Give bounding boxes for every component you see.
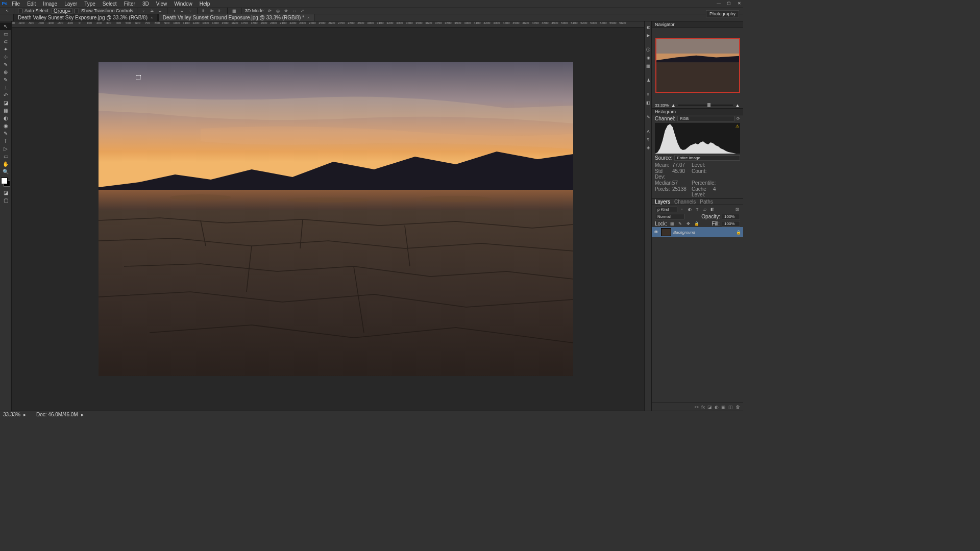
layer-thumbnail[interactable] (661, 228, 671, 236)
dock-icon-libraries[interactable]: ♟ (645, 77, 652, 84)
lasso-tool[interactable]: ⊂ (0, 38, 11, 45)
dodge-tool[interactable]: ◉ (0, 122, 11, 130)
lock-icon[interactable]: 🔒 (736, 230, 741, 235)
document-tab-2[interactable]: Death Valley Sunset Ground Exposure.jpg … (158, 14, 314, 21)
menu-layer[interactable]: Layer (61, 1, 81, 7)
pan-icon[interactable]: ✥ (283, 8, 289, 14)
cache-warning-icon[interactable]: ⚠ (736, 124, 739, 129)
filter-shape-icon[interactable]: ▱ (702, 206, 708, 212)
wand-tool[interactable]: ✦ (0, 45, 11, 53)
status-zoom[interactable]: 33.33% (3, 412, 23, 417)
menu-help[interactable]: Help (196, 1, 214, 7)
filter-toggle-icon[interactable]: ⊡ (734, 206, 740, 212)
blur-tool[interactable]: ◐ (0, 114, 11, 122)
visibility-icon[interactable]: 👁 (654, 230, 659, 235)
source-dropdown[interactable]: Entire Image (674, 155, 740, 161)
navigator-header[interactable]: Navigator (652, 21, 743, 28)
align-top-icon[interactable]: ⫞ (171, 8, 177, 14)
type-tool[interactable]: T (0, 137, 11, 145)
distribute-icon-2[interactable]: ⊫ (209, 8, 215, 14)
align-right-icon[interactable]: ⫠ (157, 8, 163, 14)
history-brush-tool[interactable]: ↶ (0, 91, 11, 99)
dock-icon-adjustments[interactable]: ≡ (645, 91, 652, 98)
filter-pixel-icon[interactable]: ▫ (679, 206, 685, 212)
stamp-tool[interactable]: ⊥ (0, 84, 11, 91)
brush-tool[interactable]: ✎ (0, 76, 11, 84)
layer-style-icon[interactable]: fx (701, 405, 705, 410)
tab-layers[interactable]: Layers (655, 199, 670, 205)
marquee-tool[interactable]: ▭ (0, 30, 11, 38)
maximize-icon[interactable]: ▢ (726, 1, 732, 6)
tab-close-icon[interactable]: × (307, 15, 310, 20)
lock-all-icon[interactable]: 🔒 (694, 220, 700, 227)
blend-mode-dropdown[interactable]: Normal (655, 214, 684, 219)
workspace-dropdown[interactable]: Photography (706, 10, 739, 17)
shape-tool[interactable]: ▭ (0, 153, 11, 160)
auto-select-checkbox[interactable] (18, 9, 22, 13)
auto-align-icon[interactable]: ▦ (231, 8, 237, 14)
dock-icon-glyphs[interactable]: ◈ (645, 144, 652, 151)
zoom-out-icon[interactable]: ▲ (671, 103, 676, 108)
color-swatch[interactable] (1, 178, 10, 187)
dock-icon-actions[interactable]: ▶ (645, 32, 652, 39)
menu-type[interactable]: Type (81, 1, 99, 7)
healing-tool[interactable]: ⊕ (0, 68, 11, 76)
eyedropper-tool[interactable]: ✎ (0, 61, 11, 68)
zoom-tool[interactable]: 🔍 (0, 168, 11, 176)
menu-3d[interactable]: 3D (139, 1, 153, 7)
minimize-icon[interactable]: — (716, 1, 722, 6)
status-doc[interactable]: Doc: 46.0M/46.0M (36, 412, 78, 417)
gradient-tool[interactable]: ▦ (0, 107, 11, 114)
layer-mask-icon[interactable]: ◪ (707, 405, 712, 410)
dock-icon-brushes[interactable]: ✎ (645, 113, 652, 120)
menu-filter[interactable]: Filter (120, 1, 139, 7)
dock-icon-color[interactable]: ◉ (645, 54, 652, 61)
status-arrow-icon[interactable]: ▸ (81, 412, 84, 417)
filter-smart-icon[interactable]: ◧ (709, 206, 716, 212)
eraser-tool[interactable]: ◪ (0, 99, 11, 107)
dock-icon-history[interactable]: ◐ (645, 23, 652, 31)
layer-background[interactable]: 👁 Background 🔒 (652, 227, 743, 237)
align-left-icon[interactable]: ⫟ (141, 8, 147, 14)
align-center-h-icon[interactable]: ⫡ (149, 8, 155, 14)
menu-edit[interactable]: Edit (23, 1, 39, 7)
close-icon[interactable]: ✕ (736, 1, 742, 6)
menu-file[interactable]: File (8, 1, 23, 7)
pen-tool[interactable]: ✎ (0, 130, 11, 137)
refresh-icon[interactable]: ⟳ (737, 116, 740, 121)
scale-icon[interactable]: ⤢ (300, 8, 306, 14)
path-tool[interactable]: ▷ (0, 145, 11, 153)
quickmask-tool[interactable]: ◪ (0, 189, 11, 196)
tab-paths[interactable]: Paths (700, 199, 713, 205)
histogram-header[interactable]: Histogram (652, 109, 743, 115)
navigator-thumbnail[interactable] (652, 28, 743, 102)
filter-adjust-icon[interactable]: ◐ (687, 206, 693, 212)
hand-tool[interactable]: ✋ (0, 160, 11, 168)
group-icon[interactable]: ▣ (721, 405, 726, 410)
lock-pixels-icon[interactable]: ✎ (677, 220, 683, 227)
dock-icon-swatches[interactable]: ▦ (645, 62, 652, 69)
tab-channels[interactable]: Channels (674, 199, 696, 205)
align-middle-icon[interactable]: ⫠ (179, 8, 185, 14)
dock-icon-character[interactable]: A (645, 128, 652, 135)
auto-select-dropdown[interactable]: Group ≡ (52, 8, 72, 14)
zoom-in-icon[interactable]: ▲ (735, 103, 740, 108)
filter-type-icon[interactable]: T (694, 206, 700, 212)
canvas-area[interactable]: -700-600-500-400-300-200-100010020030040… (12, 21, 644, 411)
slide-icon[interactable]: ↔ (291, 8, 298, 14)
opacity-input[interactable]: 100% (722, 214, 740, 219)
status-chevron-icon[interactable]: ▸ (23, 412, 26, 417)
menu-window[interactable]: Window (170, 1, 196, 7)
tab-close-icon[interactable]: × (151, 15, 153, 20)
layer-name[interactable]: Background (673, 230, 695, 235)
orbit-icon[interactable]: ⟳ (267, 8, 273, 14)
dock-icon-paragraph[interactable]: ¶ (645, 136, 652, 143)
distribute-icon[interactable]: ⊪ (201, 8, 207, 14)
crop-tool[interactable]: ⊹ (0, 53, 11, 61)
menu-view[interactable]: View (153, 1, 171, 7)
move-tool[interactable]: ↖ (0, 22, 11, 30)
channel-dropdown[interactable]: RGB (677, 116, 734, 121)
foreground-color[interactable] (1, 178, 8, 184)
zoom-slider[interactable] (678, 105, 733, 106)
dock-icon-styles[interactable]: ◧ (645, 99, 652, 106)
